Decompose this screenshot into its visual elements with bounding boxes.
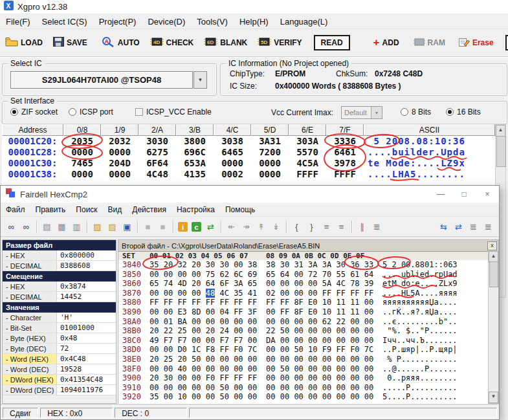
hexcmp-byte[interactable]: 00: [322, 326, 331, 335]
hexcmp-row[interactable]: 384035 20 32 20 30 30 00 38 38 30 31 3A …: [118, 260, 488, 270]
hex-row[interactable]: 00001C30:7465204D6F64653A000000004C5A397…: [2, 158, 495, 169]
hexcmp-byte[interactable]: 00: [266, 392, 275, 401]
hexcmp-byte[interactable]: 00: [280, 392, 289, 401]
hexcmp-row[interactable]: 38D000 00 D0 1C F8 FF F0 7C 00 00 50 10 …: [118, 345, 488, 355]
hexcmp-byte[interactable]: 8D: [192, 307, 201, 316]
hex-word[interactable]: 4135: [176, 169, 214, 180]
hexcmp-byte[interactable]: 6C: [234, 270, 243, 279]
hexcmp-byte[interactable]: 00: [177, 383, 186, 392]
hexcmp-byte[interactable]: 38: [248, 260, 257, 269]
hexcmp-byte[interactable]: BA: [177, 317, 186, 326]
hexcmp-byte[interactable]: 00: [234, 364, 243, 373]
hexcmp-byte[interactable]: 00: [364, 392, 373, 401]
hexcmp-byte[interactable]: 24: [219, 326, 228, 335]
grid-view-icon[interactable]: ≣: [370, 220, 384, 234]
hexcmp-byte[interactable]: 00: [266, 279, 275, 288]
hexcmp-byte[interactable]: 00: [219, 364, 228, 373]
hex-word[interactable]: 2032: [101, 136, 138, 147]
hexcmp-byte[interactable]: 20: [164, 260, 173, 269]
hexcmp-byte[interactable]: 48: [206, 289, 215, 298]
hexcmp-menu-item[interactable]: Настройка: [171, 205, 220, 214]
hexcmp-byte[interactable]: 00: [248, 364, 257, 373]
hexcmp-byte[interactable]: FF: [248, 298, 257, 307]
hexcmp-byte[interactable]: 50: [294, 345, 303, 354]
hexcmp-byte[interactable]: 00: [350, 373, 359, 382]
check-button[interactable]: 4D CHECK: [150, 37, 194, 49]
erase-button[interactable]: Erase: [458, 37, 494, 49]
hexcmp-byte[interactable]: E3: [177, 307, 186, 316]
hexcmp-byte[interactable]: 3A: [234, 279, 243, 288]
goto-left-brace-icon[interactable]: {: [290, 220, 304, 234]
hexcmp-byte[interactable]: FF: [149, 298, 159, 307]
hexcmp-byte[interactable]: 00: [364, 298, 373, 307]
hexcmp-byte[interactable]: 00: [364, 336, 373, 345]
scrollbar-thumb[interactable]: [496, 136, 506, 167]
ram-button[interactable]: RAM: [414, 38, 445, 49]
hexcmp-byte[interactable]: 65: [248, 279, 257, 288]
hexcmp-row[interactable]: 390020 30 00 00 F0 FF FF FF 00 00 00 00 …: [118, 373, 488, 383]
hexcmp-byte[interactable]: 75: [206, 270, 215, 279]
hexcmp-byte[interactable]: 4D: [177, 279, 186, 288]
hexcmp-byte[interactable]: 20: [192, 279, 201, 288]
scroll-up-icon[interactable]: ▲: [496, 125, 505, 137]
hexcmp-byte[interactable]: 6F: [219, 279, 228, 288]
hexcmp-byte[interactable]: FF: [322, 289, 331, 298]
hexcmp-byte[interactable]: 00: [164, 364, 173, 373]
hexcmp-byte[interactable]: 00: [322, 383, 331, 392]
hexcmp-byte[interactable]: 00: [164, 307, 173, 316]
hexcmp-byte[interactable]: 69: [248, 270, 257, 279]
hexcmp-byte[interactable]: F7: [219, 336, 228, 345]
hexcmp-byte[interactable]: 00: [192, 364, 201, 373]
hexcmp-byte[interactable]: 00: [364, 383, 373, 392]
hex-word[interactable]: 6461: [326, 147, 364, 158]
hexcmp-row[interactable]: 38A000 01 BA 00 00 00 00 00 00 00 00 00 …: [118, 317, 488, 327]
hexcmp-byte[interactable]: FF: [336, 345, 345, 354]
hexcmp-byte[interactable]: 00: [280, 373, 289, 382]
hexcmp-row[interactable]: 3880FF FF FF FF FF FF FF FF FF FF 8F E0 …: [118, 298, 488, 307]
xgpro-titlebar[interactable]: X Xgpro v12.38: [0, 0, 508, 14]
hexcmp-byte[interactable]: 00: [164, 383, 173, 392]
close-files-icon[interactable]: ▣: [120, 220, 134, 234]
hexcmp-byte[interactable]: 00: [280, 345, 289, 354]
hexcmp-byte[interactable]: 00: [280, 289, 289, 298]
hexcmp-byte[interactable]: F0: [234, 345, 243, 354]
layout-split-icon[interactable]: ∥: [355, 220, 369, 234]
hexcmp-byte[interactable]: 4C: [336, 279, 345, 288]
hexcmp-byte[interactable]: 38: [266, 260, 275, 269]
hexcmp-byte[interactable]: 00: [350, 392, 359, 401]
hexcmp-byte[interactable]: FF: [248, 373, 257, 382]
hexcmp-byte[interactable]: 00: [219, 317, 228, 326]
hex-word[interactable]: 7200: [251, 147, 289, 158]
hex-word[interactable]: 3800: [176, 136, 214, 147]
hexcmp-byte[interactable]: 30: [280, 260, 289, 269]
hexcmp-byte[interactable]: 00: [206, 392, 215, 401]
hexcmp-byte[interactable]: 00: [234, 383, 243, 392]
verify-button[interactable]: 5D VERIFY: [258, 37, 302, 49]
hexcmp-row[interactable]: 391000 00 00 00 00 50 00 00 00 00 00 00 …: [118, 383, 488, 393]
hex-word[interactable]: 6465: [214, 147, 251, 158]
hexcmp-byte[interactable]: 00: [192, 336, 201, 345]
hex-column-header-cell[interactable]: 1/9: [101, 124, 138, 136]
hexcmp-byte[interactable]: 00: [164, 289, 173, 298]
hexcmp-byte[interactable]: 00: [336, 364, 345, 373]
close-file-icon[interactable]: x: [487, 241, 497, 250]
hexcmp-byte[interactable]: 00: [149, 364, 159, 373]
maximize-button[interactable]: □: [452, 186, 476, 203]
hexcmp-byte[interactable]: 62: [322, 317, 331, 326]
hexcmp-byte[interactable]: 00: [308, 364, 317, 373]
hexcmp-byte[interactable]: 20: [149, 373, 159, 382]
find-icon[interactable]: ∞: [5, 220, 18, 234]
hex-scrollbar[interactable]: ▲ ▼: [488, 251, 498, 403]
hexcmp-byte[interactable]: 10: [308, 345, 317, 354]
hexcmp-byte[interactable]: 61: [350, 270, 359, 279]
hexcmp-byte[interactable]: FF: [336, 289, 345, 298]
first-diff-icon[interactable]: ↟: [254, 220, 268, 234]
hexcmp-byte[interactable]: 00: [308, 373, 317, 382]
save-button[interactable]: SAVE: [53, 37, 87, 49]
hexcmp-byte[interactable]: FF: [234, 307, 243, 316]
hexcmp-byte[interactable]: 00: [294, 373, 303, 382]
hexcmp-byte[interactable]: 00: [266, 373, 275, 382]
hexcmp-byte[interactable]: 00: [294, 383, 303, 392]
zif-socket-radio[interactable]: ZIF socket: [10, 107, 58, 116]
hexcmp-byte[interactable]: 11: [336, 307, 345, 316]
